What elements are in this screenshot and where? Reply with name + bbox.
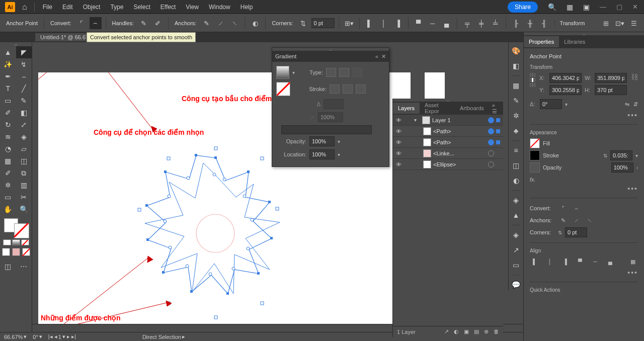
align-left-button[interactable]: ▌ xyxy=(530,257,540,267)
gradient-opacity-input[interactable] xyxy=(309,136,335,146)
zoom-level[interactable]: 66.67% xyxy=(4,334,23,340)
opacity-swatch[interactable] xyxy=(530,162,540,173)
align-top-button[interactable]: ▀ xyxy=(575,257,585,267)
workspace-icon[interactable]: ▣ xyxy=(579,1,594,13)
locate-object-icon[interactable]: ↗ xyxy=(444,328,449,335)
width-tool[interactable]: ≋ xyxy=(0,131,16,143)
flip-vertical-icon[interactable]: ⇵ xyxy=(633,101,638,108)
gradient-angle-input[interactable] xyxy=(324,99,344,109)
constrain-proportions-icon[interactable]: ⛓ xyxy=(631,73,638,81)
layer-row[interactable]: 👁 <Linke... xyxy=(393,148,503,159)
layers-more-icon[interactable]: » ☰ xyxy=(489,102,503,115)
layer-row[interactable]: 👁 <Path> xyxy=(393,126,503,137)
color-mode-icon[interactable] xyxy=(3,239,11,245)
make-clipping-mask-icon[interactable]: ◐ xyxy=(454,328,459,335)
share-button[interactable]: Share xyxy=(508,2,538,13)
convert-to-smooth-button[interactable]: ⌢ xyxy=(90,17,102,29)
w-input[interactable] xyxy=(595,73,627,83)
transform-link[interactable]: Transform xyxy=(554,20,590,26)
layers-panel-icon[interactable]: ◈ xyxy=(511,229,522,240)
tab-libraries[interactable]: Libraries xyxy=(559,36,590,47)
panel-collapse-icon[interactable]: « xyxy=(375,53,378,60)
artboard-number[interactable]: 1 xyxy=(58,334,61,340)
screen-mode-button[interactable]: ◫ xyxy=(0,261,16,273)
new-layer-icon[interactable]: ⊕ xyxy=(484,328,489,335)
fill-swatch[interactable] xyxy=(530,138,540,148)
remove-anchor-icon[interactable]: ✎ xyxy=(558,215,568,225)
gradient-mode-icon[interactable] xyxy=(12,239,20,245)
stroke-panel-icon[interactable]: ≡ xyxy=(511,145,522,156)
corners-input[interactable] xyxy=(311,18,335,28)
curvature-tool[interactable]: ⌢ xyxy=(16,70,32,82)
convert-to-corner-button[interactable]: ⌜ xyxy=(75,17,88,29)
artboard-prev-icon[interactable]: |◂ ◂ xyxy=(48,333,57,340)
arrange-icon[interactable]: ▦ xyxy=(562,1,577,13)
graphic-styles-panel-icon[interactable]: ▲ xyxy=(511,210,522,221)
angle-input[interactable] xyxy=(540,99,562,109)
gradient-ramp[interactable] xyxy=(281,125,372,134)
pen-tool[interactable]: ✒ xyxy=(0,70,16,82)
selection-tool[interactable]: ▲ xyxy=(0,46,16,58)
visibility-icon[interactable]: 👁 xyxy=(396,150,403,156)
menu-edit[interactable]: Edit xyxy=(57,2,78,13)
brushes-panel-icon[interactable]: ✎ xyxy=(511,95,522,106)
opacity-input[interactable] xyxy=(611,162,633,173)
gradient-panel-icon[interactable]: ◫ xyxy=(511,160,522,171)
mesh-tool[interactable]: ▦ xyxy=(0,155,16,167)
type-tool[interactable]: T xyxy=(0,82,16,95)
align-hcenter-button[interactable]: │ xyxy=(545,257,555,267)
blend-tool[interactable]: ⧉ xyxy=(16,167,32,179)
gradient-freeform-button[interactable] xyxy=(352,68,362,77)
connect-anchor-button[interactable]: ⟋ xyxy=(214,17,226,29)
align-vcenter-button[interactable]: ─ xyxy=(590,257,600,267)
align-to-button[interactable]: ⊞▾ xyxy=(343,17,355,29)
clover-panel-icon[interactable]: ♣ xyxy=(511,125,522,136)
expand-icon[interactable]: ▾ xyxy=(414,117,420,123)
fx-label[interactable]: fx. xyxy=(530,177,536,183)
flip-horizontal-icon[interactable]: ⇋ xyxy=(625,101,629,108)
color-panel-icon[interactable]: 🎨 xyxy=(511,45,522,56)
align-right-icon[interactable]: ▐ xyxy=(392,17,404,29)
corners-stepper[interactable]: ⇅ xyxy=(558,230,562,235)
gradient-linear-button[interactable] xyxy=(326,68,336,77)
distribute-hcenter-icon[interactable]: ╫ xyxy=(524,17,536,29)
tab-artboards[interactable]: Artboards xyxy=(455,103,489,114)
layer-row[interactable]: 👁 <Ellipse> xyxy=(393,159,503,170)
visibility-icon[interactable]: 👁 xyxy=(396,128,403,134)
align-more-icon[interactable]: ••• xyxy=(530,269,638,277)
panel-close-icon[interactable]: ✕ xyxy=(381,53,386,60)
zoom-tool[interactable]: 🔍 xyxy=(16,203,32,215)
convert-corner-icon[interactable]: ⌜ xyxy=(558,203,568,213)
stroke-along-button[interactable] xyxy=(343,84,353,94)
magic-wand-tool[interactable]: ✨ xyxy=(0,58,16,70)
align-hcenter-icon[interactable]: │ xyxy=(378,17,390,29)
corner-link-icon[interactable]: ⇅ xyxy=(297,17,309,29)
artboard-tool[interactable]: ▭ xyxy=(0,191,16,203)
visibility-icon[interactable]: 👁 xyxy=(396,117,403,123)
create-sublayer-icon[interactable]: ▣ xyxy=(464,328,469,335)
slice-tool[interactable]: ✂ xyxy=(16,191,32,203)
direct-selection-tool[interactable]: ◤ xyxy=(16,46,32,58)
none-mode-icon[interactable] xyxy=(21,239,29,245)
menu-view[interactable]: View xyxy=(181,2,204,13)
appearance-more-icon[interactable]: ••• xyxy=(530,185,638,193)
handles-hide-button[interactable]: ✐ xyxy=(152,17,164,29)
gradient-preview-swatch[interactable] xyxy=(276,66,289,79)
visibility-icon[interactable]: 👁 xyxy=(396,139,403,145)
delete-layer-icon[interactable]: 🗑 xyxy=(494,328,499,335)
symbols-panel-icon[interactable]: ✲ xyxy=(511,110,522,121)
gradient-none-swatch[interactable] xyxy=(276,82,290,96)
rotate-tool[interactable]: ↻ xyxy=(0,119,16,131)
gradient-radial-button[interactable] xyxy=(339,68,349,77)
tab-layers[interactable]: Layers xyxy=(393,103,420,114)
search-icon[interactable]: 🔍 xyxy=(544,1,560,13)
menu-help[interactable]: Help xyxy=(235,2,258,13)
scale-tool[interactable]: ⤢ xyxy=(16,119,32,131)
tab-properties[interactable]: Properties xyxy=(524,36,559,47)
symbol-sprayer-tool[interactable]: ✲ xyxy=(0,179,16,191)
swatches-panel-icon[interactable]: ▦ xyxy=(511,80,522,91)
remove-anchor-button[interactable]: ✎ xyxy=(200,17,212,29)
home-icon[interactable]: ⌂ xyxy=(18,3,31,12)
align-left-icon[interactable]: ▌ xyxy=(364,17,376,29)
y-input[interactable] xyxy=(549,85,582,95)
